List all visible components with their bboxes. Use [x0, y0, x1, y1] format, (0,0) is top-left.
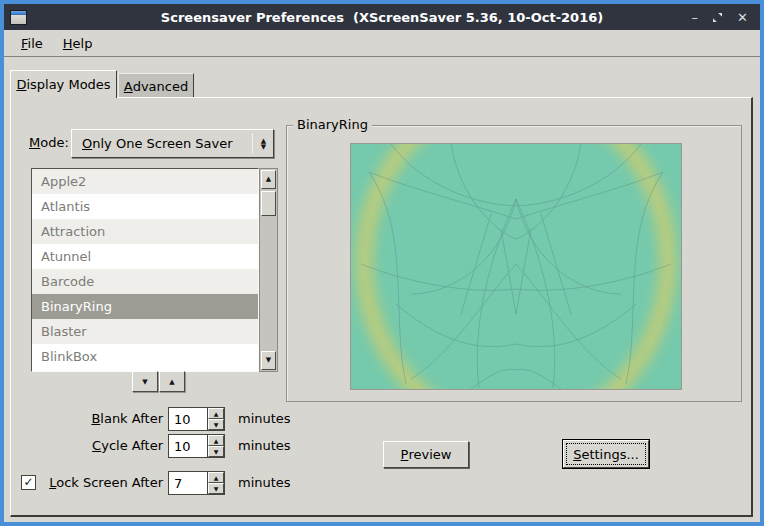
settings-button[interactable]: Settings...	[563, 440, 649, 468]
cycle-after-unit: minutes	[238, 434, 291, 458]
preview-frame: BinaryRing	[286, 125, 742, 402]
screensaver-list[interactable]: Apple2AtlantisAttractionAtunnelBarcodeBi…	[31, 168, 259, 372]
menubar: File Help	[4, 30, 760, 57]
screensaver-preview-image	[350, 143, 682, 390]
minimize-icon[interactable]: –	[692, 10, 699, 24]
combo-arrows-icon: ▲ ▼	[256, 138, 273, 150]
preview-frame-title: BinaryRing	[293, 117, 372, 132]
close-icon[interactable]: ✕	[737, 10, 748, 24]
spin-down-icon[interactable]: ▼	[208, 483, 224, 494]
blank-after-label: Blank After	[11, 407, 163, 431]
scrollbar-thumb[interactable]	[261, 191, 276, 216]
window-title: Screensaver Preferences (XScreenSaver 5.…	[4, 10, 760, 25]
prev-saver-button[interactable]: ▲	[159, 371, 185, 392]
blank-after-input[interactable]	[169, 408, 206, 430]
display-modes-panel: Mode: Only One Screen Saver ▲ ▼ Apple2At…	[10, 97, 753, 517]
maximize-icon[interactable]	[712, 10, 723, 24]
cycle-after-label: Cycle After	[11, 434, 163, 458]
spin-down-icon[interactable]: ▼	[208, 419, 224, 430]
window-icon[interactable]	[10, 10, 27, 25]
blank-after-spinner: ▲ ▼	[168, 407, 225, 431]
blank-after-unit: minutes	[238, 407, 291, 431]
list-scrollbar[interactable]: ▲ ▼	[259, 168, 278, 372]
list-item[interactable]: Atunnel	[32, 244, 258, 269]
window-frame: Screensaver Preferences (XScreenSaver 5.…	[0, 0, 764, 526]
mode-label: Mode:	[29, 135, 69, 150]
spin-down-icon[interactable]: ▼	[208, 446, 224, 457]
cycle-after-input[interactable]	[169, 435, 206, 457]
lock-after-spinner: ▲ ▼	[168, 471, 225, 495]
lock-screen-label: Lock Screen After	[11, 471, 163, 495]
list-item[interactable]: Apple2	[32, 169, 258, 194]
list-item[interactable]: Atlantis	[32, 194, 258, 219]
spin-up-icon[interactable]: ▲	[208, 408, 224, 419]
mode-selected-value: Only One Screen Saver	[72, 136, 252, 151]
list-item[interactable]: Barcode	[32, 269, 258, 294]
menu-help[interactable]: Help	[53, 33, 103, 54]
list-item[interactable]: Blaster	[32, 319, 258, 344]
spin-up-icon[interactable]: ▲	[208, 435, 224, 446]
blank-after-spin-buttons: ▲ ▼	[207, 408, 224, 430]
preview-button[interactable]: Preview	[383, 441, 469, 468]
list-item[interactable]: BinaryRing	[32, 294, 258, 319]
list-item[interactable]: BlinkBox	[32, 344, 258, 369]
next-saver-button[interactable]: ▼	[132, 371, 158, 392]
combo-separator	[252, 133, 253, 154]
titlebar[interactable]: Screensaver Preferences (XScreenSaver 5.…	[4, 4, 760, 30]
cycle-after-spin-buttons: ▲ ▼	[207, 435, 224, 457]
list-item[interactable]: Attraction	[32, 219, 258, 244]
titlebar-controls: – ✕	[692, 10, 748, 24]
scroll-up-icon[interactable]: ▲	[261, 170, 276, 189]
menu-file[interactable]: File	[11, 33, 53, 54]
window: Screensaver Preferences (XScreenSaver 5.…	[4, 4, 760, 522]
tab-advanced[interactable]: Advanced	[118, 73, 194, 98]
scroll-down-icon[interactable]: ▼	[261, 351, 276, 370]
list-nav-buttons: ▼ ▲	[132, 371, 185, 392]
spin-up-icon[interactable]: ▲	[208, 472, 224, 483]
cycle-after-spinner: ▲ ▼	[168, 434, 225, 458]
lock-after-spin-buttons: ▲ ▼	[207, 472, 224, 494]
mode-select[interactable]: Only One Screen Saver ▲ ▼	[71, 129, 274, 158]
lock-after-input[interactable]	[169, 472, 206, 494]
content-area: Display Modes Advanced Mode: Only One Sc…	[4, 57, 760, 522]
lock-after-unit: minutes	[238, 471, 291, 495]
tab-display-modes[interactable]: Display Modes	[10, 70, 117, 98]
